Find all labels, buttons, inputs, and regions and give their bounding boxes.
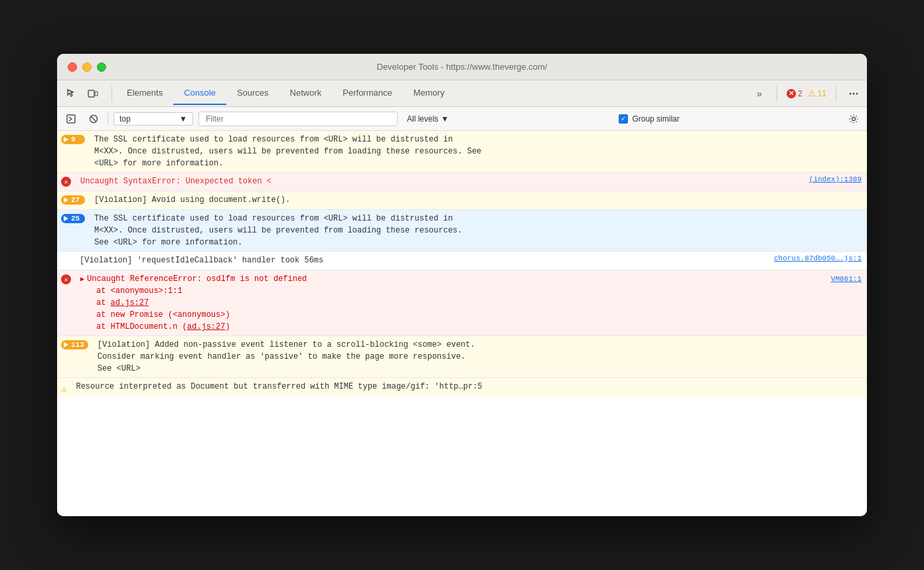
tab-memory[interactable]: Memory <box>403 82 455 105</box>
maximize-button[interactable] <box>97 62 106 72</box>
entry1-badge[interactable]: 9 <box>61 134 85 144</box>
execute-script-button[interactable] <box>62 110 80 128</box>
stack-line-1: at <anonymous>:1:1 <box>96 285 862 297</box>
tab-separator-1 <box>112 86 112 102</box>
levels-dropdown-icon: ▼ <box>441 114 449 124</box>
entry3-badge[interactable]: 27 <box>61 194 85 205</box>
device-mode-icon[interactable] <box>84 84 102 103</box>
entry7-badge[interactable]: 113 <box>61 339 88 349</box>
stack-line-2: at ad.js:27 <box>96 297 862 309</box>
stack-line-3: at new Promise (<anonymous>) <box>96 309 862 321</box>
entry6-source-link[interactable]: VM861:1 <box>831 274 862 285</box>
console-log: 9 The SSL certificate used to load resou… <box>57 131 867 516</box>
devtools-settings-button[interactable] <box>846 86 862 102</box>
entry5-source-link[interactable]: chorus.87db050….js:1 <box>774 254 862 262</box>
entry4-badge[interactable]: 25 <box>61 213 85 223</box>
tab-separator-3 <box>836 86 836 102</box>
toolbar-sep-1 <box>108 112 108 126</box>
count-badge-27[interactable]: 27 <box>61 195 85 205</box>
context-dropdown-icon: ▼ <box>179 114 187 124</box>
tab-performance[interactable]: Performance <box>332 82 402 105</box>
tab-icons <box>62 84 102 103</box>
group-similar-container: Group similar <box>619 114 679 124</box>
devtools-window: Developer Tools - https://www.theverge.c… <box>57 54 867 516</box>
clear-console-button[interactable] <box>85 110 102 128</box>
console-settings-button[interactable] <box>846 111 862 127</box>
count-badge-25[interactable]: 25 <box>61 214 85 223</box>
entry6-stack: at <anonymous>:1:1 at ad.js:27 at new Pr… <box>80 285 862 333</box>
count-badge-9[interactable]: 9 <box>61 135 85 144</box>
tab-bar: Elements Console Sources Network Perform… <box>57 80 867 107</box>
log-entry-reference-error: ✕ ▶ Uncaught ReferenceError: osdlfm is n… <box>57 270 867 336</box>
svg-point-3 <box>850 92 852 94</box>
context-selector[interactable]: top ▼ <box>114 112 193 126</box>
svg-point-2 <box>853 92 855 94</box>
entry6-expand-icon[interactable]: ▶ <box>80 274 84 284</box>
svg-rect-0 <box>88 90 94 97</box>
entry2-source-link[interactable]: (index):1389 <box>809 175 862 183</box>
entry2-error-icon: ✕ <box>61 175 71 187</box>
inspect-element-icon[interactable] <box>62 84 81 103</box>
minimize-button[interactable] <box>82 62 92 72</box>
log-entry-syntax-error: ✕ Uncaught SyntaxError: Unexpected token… <box>57 173 867 191</box>
entry7-message: [Violation] Added non-passive event list… <box>92 339 862 375</box>
levels-selector[interactable]: All levels ▼ <box>403 113 453 125</box>
error-badge-icon: ✕ <box>787 89 796 98</box>
group-similar-checkbox[interactable] <box>619 114 628 124</box>
console-toolbar: top ▼ All levels ▼ Group similar <box>57 107 867 131</box>
play-icon <box>64 342 68 347</box>
svg-point-4 <box>856 92 858 94</box>
tab-console[interactable]: Console <box>173 82 226 105</box>
window-title: Developer Tools - https://www.theverge.c… <box>377 62 548 72</box>
entry5-message: [Violation] 'requestIdleCallback' handle… <box>61 254 774 266</box>
count-badge-113[interactable]: 113 <box>61 340 88 349</box>
log-entry-ssl-info: 25 The SSL certificate used to load reso… <box>57 210 867 252</box>
tabs-container: Elements Console Sources Network Perform… <box>116 82 751 104</box>
stack-link-adjs2[interactable]: ad.js:27 <box>187 322 226 332</box>
error-icon: ✕ <box>61 274 71 284</box>
tab-elements[interactable]: Elements <box>116 82 173 105</box>
entry3-message: [Violation] Avoid using document.write()… <box>89 194 862 206</box>
svg-rect-1 <box>95 92 98 96</box>
entry6-message: Uncaught ReferenceError: osdlfm is not d… <box>87 273 307 285</box>
entry4-message: The SSL certificate used to load resourc… <box>89 213 862 248</box>
error-icon: ✕ <box>61 177 71 187</box>
entry2-message: Uncaught SyntaxError: Unexpected token < <box>75 175 809 187</box>
entry6-error-icon: ✕ <box>61 273 71 284</box>
tab-separator-2 <box>777 86 777 102</box>
log-entry-passive-listener: 113 [Violation] Added non-passive event … <box>57 336 867 378</box>
log-entry-docwrite: 27 [Violation] Avoid using document.writ… <box>57 191 867 210</box>
play-icon <box>64 216 68 221</box>
svg-line-7 <box>92 116 96 121</box>
tab-right-controls: » ✕ 2 ⚠ 11 <box>751 86 862 102</box>
more-tabs-button[interactable]: » <box>751 86 767 102</box>
log-entry-ssl-warning: 9 The SSL certificate used to load resou… <box>57 131 867 173</box>
stack-line-4: at HTMLDocument.n (ad.js:27) <box>96 321 862 333</box>
filter-input[interactable] <box>198 112 398 126</box>
play-icon <box>64 137 68 142</box>
warning-count-badge[interactable]: ⚠ 11 <box>808 88 826 98</box>
log-entry-mime-warning: ⚠ Resource interpreted as Document but t… <box>57 378 867 397</box>
entry8-warning-icon: ⚠ <box>61 381 66 395</box>
entry6-content: ▶ Uncaught ReferenceError: osdlfm is not… <box>75 273 862 333</box>
close-button[interactable] <box>68 62 77 72</box>
stack-link-adjs[interactable]: ad.js:27 <box>111 298 149 308</box>
entry8-message: Resource interpreted as Document but tra… <box>70 381 862 393</box>
traffic-lights <box>68 62 106 72</box>
svg-point-8 <box>852 117 855 120</box>
play-icon <box>64 197 68 203</box>
error-count-badge[interactable]: ✕ 2 <box>787 89 803 98</box>
entry1-message: The SSL certificate used to load resourc… <box>89 134 862 169</box>
log-entry-idle: [Violation] 'requestIdleCallback' handle… <box>57 252 867 270</box>
title-bar: Developer Tools - https://www.theverge.c… <box>57 54 867 80</box>
tab-network[interactable]: Network <box>279 82 333 105</box>
tab-sources[interactable]: Sources <box>226 82 279 105</box>
